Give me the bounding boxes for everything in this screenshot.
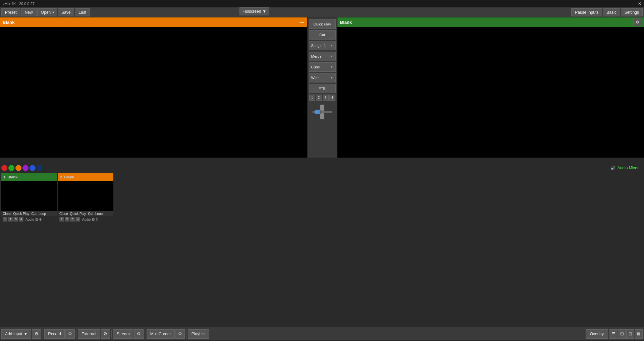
- large-grid-button[interactable]: ⊟: [626, 329, 634, 339]
- bottom-toolbar: Add Input ▼ ⚙ Record ⚙ External ⚙ Stream…: [0, 327, 644, 340]
- sep-3: [111, 330, 112, 338]
- multicorder-settings-icon[interactable]: ⚙: [175, 329, 185, 339]
- sep-1: [43, 330, 43, 338]
- output-screen: [337, 27, 644, 158]
- ftb-button[interactable]: FTB: [309, 84, 336, 93]
- stream-button[interactable]: Stream: [113, 329, 133, 339]
- external-settings-icon[interactable]: ⚙: [101, 329, 110, 339]
- input-2-loop-btn[interactable]: Loop: [95, 212, 103, 216]
- menubar-right: Pause Inputs Basic Settings: [571, 8, 643, 16]
- input-2-num-4[interactable]: 4: [75, 217, 80, 222]
- input-2-settings-icon[interactable]: ⚙: [96, 218, 99, 221]
- merge-button[interactable]: Merge ▼: [309, 52, 336, 61]
- input-1-number: 1: [3, 175, 5, 179]
- thumbnail-view-button[interactable]: ⊠: [635, 329, 643, 339]
- close-button[interactable]: ✕: [638, 1, 641, 6]
- list-view-button[interactable]: ☰: [609, 329, 618, 339]
- input-1-num-3[interactable]: 3: [13, 217, 18, 222]
- input-1-close-btn[interactable]: Close: [3, 212, 11, 216]
- preview-area: Blank —: [0, 17, 307, 158]
- new-button[interactable]: New: [21, 8, 37, 16]
- external-button[interactable]: External: [78, 329, 100, 339]
- bottom-area: 🔊 Audio Mixer 1 Blank Close Quick Play C…: [0, 164, 644, 340]
- color-dark-blue[interactable]: [37, 165, 43, 171]
- preset-button[interactable]: Preset: [1, 8, 20, 16]
- grid-view-button[interactable]: ⊞: [618, 329, 626, 339]
- input-2-quickplay-btn[interactable]: Quick Play: [70, 212, 86, 216]
- input-1-settings-icon[interactable]: ⚙: [39, 218, 42, 221]
- input-1-num-2[interactable]: 2: [8, 217, 13, 222]
- overlay-area: Overlay ☰ ⊞ ⊟ ⊠: [586, 329, 643, 339]
- record-button[interactable]: Record: [44, 329, 65, 339]
- add-input-button[interactable]: Add Input ▼: [1, 329, 31, 339]
- input-2-monitor-icon[interactable]: 🖥: [92, 218, 95, 221]
- audio-mixer-indicator: 🔊 Audio Mixer: [610, 166, 641, 170]
- color-red[interactable]: [1, 165, 7, 171]
- multicorder-button[interactable]: MultiCorder: [147, 329, 175, 339]
- input-2-num-2[interactable]: 2: [65, 217, 69, 222]
- input-2-num-1[interactable]: 1: [59, 217, 64, 222]
- menubar: Preset New Open ▼ Save Last Fullscreen ▼…: [0, 7, 644, 17]
- input-1-num-4[interactable]: 4: [19, 217, 23, 222]
- input-2-label-bar: 2 Blank: [58, 173, 113, 181]
- input-item-2: 2 Blank Close Quick Play Cut Loop 1 2 3 …: [58, 173, 113, 222]
- minimize-button[interactable]: ─: [627, 1, 630, 6]
- preview-label-bar: Blank —: [0, 17, 307, 27]
- stream-settings-icon[interactable]: ⚙: [134, 329, 144, 339]
- fullscreen-arrow-icon: ▼: [262, 9, 266, 14]
- input-2-cut-btn[interactable]: Cut: [88, 212, 93, 216]
- merge-arrow-icon: ▼: [330, 55, 333, 58]
- wipe-button[interactable]: Wipe ▼: [309, 73, 336, 82]
- settings-button[interactable]: Settings: [621, 8, 643, 16]
- input-2-number: 2: [60, 175, 62, 179]
- input-1-monitor-icon[interactable]: 🖥: [35, 218, 38, 221]
- gap-area: [0, 158, 644, 164]
- input-2-close-btn[interactable]: Close: [59, 212, 68, 216]
- output-settings-button[interactable]: ⚙: [633, 18, 641, 26]
- input-1-num-1[interactable]: 1: [3, 217, 7, 222]
- open-button[interactable]: Open ▼: [37, 8, 57, 16]
- cut-button[interactable]: Cut: [309, 30, 336, 40]
- color-orange[interactable]: [15, 165, 21, 171]
- add-input-settings-icon[interactable]: ⚙: [32, 329, 41, 339]
- trans-num-3[interactable]: 3: [323, 95, 329, 101]
- trans-num-4[interactable]: 4: [329, 95, 335, 101]
- preview-title: Blank: [3, 20, 14, 25]
- preview-screen: [0, 27, 307, 158]
- transition-numbers: 1 2 3 4: [309, 95, 335, 101]
- trans-num-1[interactable]: 1: [309, 95, 315, 101]
- output-area: Blank ⚙: [337, 17, 644, 158]
- window-controls: ─ □ ✕: [627, 1, 641, 6]
- input-1-preview: [1, 181, 57, 211]
- color-purple[interactable]: [22, 165, 29, 171]
- input-2-title: Blank: [64, 175, 74, 179]
- transition-panel: Quick Play Cut Stinger 1 ▼ Merge ▼ Cube …: [307, 17, 337, 158]
- stinger-button[interactable]: Stinger 1 ▼: [309, 41, 336, 50]
- input-1-quickplay-btn[interactable]: Quick Play: [13, 212, 30, 216]
- overlay-button[interactable]: Overlay: [586, 329, 608, 339]
- sep-2: [76, 330, 76, 338]
- open-arrow-icon: ▼: [52, 11, 55, 14]
- input-2-controls: Close Quick Play Cut Loop: [58, 211, 113, 216]
- basic-button[interactable]: Basic: [603, 8, 620, 16]
- color-green[interactable]: [8, 165, 14, 171]
- quick-play-button[interactable]: Quick Play: [309, 19, 336, 29]
- fullscreen-button[interactable]: Fullscreen ▼: [239, 7, 269, 15]
- input-1-loop-btn[interactable]: Loop: [39, 212, 46, 216]
- record-settings-icon[interactable]: ⚙: [65, 329, 75, 339]
- playlist-button[interactable]: PlayList: [188, 329, 209, 339]
- input-1-cut-btn[interactable]: Cut: [31, 212, 37, 216]
- input-2-num-3[interactable]: 3: [70, 217, 75, 222]
- save-button[interactable]: Save: [58, 8, 74, 16]
- last-button[interactable]: Last: [75, 8, 90, 16]
- transition-slider[interactable]: [312, 105, 332, 119]
- wipe-arrow-icon: ▼: [330, 76, 333, 79]
- input-2-audio-label: Audio: [82, 218, 91, 221]
- trans-num-2[interactable]: 2: [316, 95, 322, 101]
- color-blue[interactable]: [30, 165, 36, 171]
- preview-minimize-icon[interactable]: —: [300, 20, 304, 25]
- pause-inputs-button[interactable]: Pause Inputs: [571, 8, 602, 16]
- cube-button[interactable]: Cube ▼: [309, 62, 336, 72]
- titlebar: vMix 4K - 20.0.0.27 ─ □ ✕: [0, 0, 644, 7]
- maximize-button[interactable]: □: [633, 1, 635, 6]
